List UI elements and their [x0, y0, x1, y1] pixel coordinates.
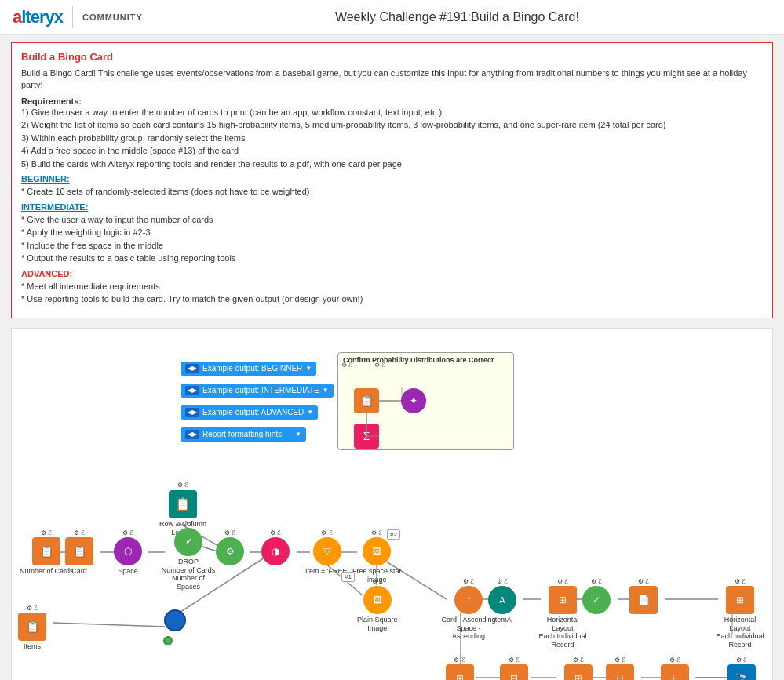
check-icon: ✓ [582, 586, 611, 614]
tag-2: #2 [387, 529, 400, 540]
ann-4: ⚙ ℰ [183, 520, 194, 527]
intermediate-label: INTERMEDIATE: [21, 202, 763, 212]
ann-hdr: ⚙ ℰ [614, 656, 625, 664]
report-hints-dropdown[interactable]: ◀▶ Report formatting hints ▼ [181, 427, 306, 442]
card-label: Card [71, 567, 87, 576]
challenge-title: Build a Bingo Card [21, 51, 763, 63]
basic-table-tool[interactable]: ⚙ ℰ ⊟ Basic Table [496, 656, 532, 680]
chevron-icon-3: ▼ [307, 409, 313, 416]
green-connector [163, 636, 173, 645]
advanced-section: ADVANCED: * Meet all intermediate requir… [21, 269, 763, 306]
ann-confirm-top: ⚙ ℰ [341, 362, 352, 369]
formula-tool[interactable]: ⚙ ℰ ⚙ [216, 529, 244, 567]
render1-icon: 📄 [629, 586, 658, 614]
ann-6: ⚙ ℰ [270, 529, 281, 536]
advanced-dropdown-label: Example output: ADVANCED [202, 408, 304, 416]
row-col-icon: 📋 [169, 490, 197, 518]
intermediate-dropdown-label: Example output: INTERMEDIATE [202, 386, 319, 395]
req-5: 5) Build the cards with Alteryx reportin… [21, 158, 763, 171]
hlayout3-tool[interactable]: ⚙ ℰ ⊞ Horizontal LayoutEach IndividualRe… [551, 656, 606, 680]
ann-ftr: ⚙ ℰ [669, 656, 680, 664]
plain-square-tool[interactable]: ⚙ ℰ 🖼 Plain SquareImage [357, 578, 398, 633]
filter-tool[interactable]: ⚙ ℰ ▽ Item = 'FREE' [305, 529, 348, 576]
ann-3: ⚙ ℰ [122, 529, 133, 536]
ann-sort: ⚙ ℰ [463, 578, 474, 585]
advanced-label: ADVANCED: [21, 269, 763, 278]
small-ann: ⚙ ℰ [177, 482, 188, 489]
header-divider [72, 6, 73, 28]
ann-7: ⚙ ℰ [321, 529, 332, 536]
space-label: Space [118, 567, 138, 576]
drop-tool[interactable]: ⚙ ℰ ✓ DROPNumber of CardsNumber of Space… [161, 520, 216, 591]
ann-hl2: ⚙ ℰ [735, 578, 746, 585]
confirm-tool-1[interactable]: 📋 [354, 388, 379, 413]
space-icon: ⬡ [114, 537, 142, 565]
chevron-icon-4: ▼ [295, 431, 301, 438]
beginner-dropdown[interactable]: ◀▶ Example output: BEGINNER ▼ [181, 362, 316, 376]
challenge-description: Build a Bingo Card! This challenge uses … [21, 67, 763, 92]
check-tool[interactable]: ⚙ ℰ ✓ [582, 578, 611, 616]
workflow-canvas: Confirm Probability Distributions are Co… [11, 328, 773, 680]
chevron-icon-2: ▼ [323, 387, 329, 394]
footer-tool[interactable]: ⚙ ℰ F Footer [661, 656, 689, 680]
itemA-tool[interactable]: ⚙ ℰ A ItemA [488, 578, 516, 624]
ann-confirm-top2: ⚙ ℰ [374, 362, 385, 369]
ann-hl3: ⚙ ℰ [573, 656, 584, 664]
join-icon: ◑ [261, 537, 290, 565]
ann-rnd1: ⚙ ℰ [638, 578, 649, 585]
itemA-label: ItemA [493, 616, 512, 624]
challenge-box: Build a Bingo Card Build a Bingo Card! T… [11, 42, 773, 318]
req-3: 3) Within each probability group, random… [21, 132, 763, 145]
drop-icon: ✓ [174, 528, 202, 556]
space-tool[interactable]: ⚙ ℰ ⬡ Space [114, 529, 142, 576]
page-title: Weekly Challenge #191:Build a Bingo Card… [335, 10, 579, 24]
toggle-icon-1: ◀▶ [185, 364, 199, 373]
render1-tool[interactable]: ⚙ ℰ 📄 [629, 578, 658, 616]
binoculars-tool[interactable]: ⚙ ℰ 🔭 [727, 656, 756, 680]
int-item-2: * Apply the weighting logic in #2-3 [21, 226, 763, 239]
req-4: 4) Add a free space in the middle (space… [21, 144, 763, 158]
items-label: Items [24, 642, 41, 651]
requirements-section: Requirements: 1) Give the user a way to … [21, 96, 763, 171]
challenge-desc-text: Build a Bingo Card! This challenge uses … [21, 68, 747, 89]
header-icon: H [606, 664, 634, 680]
confirm-tool-3[interactable]: Σ [354, 424, 379, 449]
join-tool[interactable]: ⚙ ℰ ◑ [261, 529, 290, 567]
header-tool[interactable]: ⚙ ℰ H Header [606, 656, 634, 680]
ann-1: ⚙ ℰ [41, 529, 52, 536]
free-space-icon: 🖼 [363, 537, 391, 565]
card-tool[interactable]: ⚙ ℰ 📋 Card [65, 529, 93, 576]
footer-icon: F [661, 664, 689, 680]
svg-line-8 [53, 623, 165, 627]
confirm-probability-box: Confirm Probability Distributions are Co… [337, 352, 514, 450]
large-connector [164, 609, 186, 631]
ann-bt: ⚙ ℰ [509, 656, 520, 664]
toggle-icon-3: ◀▶ [185, 408, 199, 417]
items-tool[interactable]: ⚙ ℰ 📋 Items [18, 605, 46, 651]
int-item-1: * Give the user a way to input the numbe… [21, 213, 763, 227]
int-item-4: * Output the results to a basic table us… [21, 252, 763, 265]
ann-chk: ⚙ ℰ [591, 578, 602, 585]
hlayout2-tool[interactable]: ⚙ ℰ ⊞ Horizontal LayoutEach IndividualRe… [713, 578, 768, 649]
beginner-section: BEGINNER: * Create 10 sets of randomly-s… [21, 174, 763, 198]
intermediate-dropdown[interactable]: ◀▶ Example output: INTERMEDIATE ▼ [181, 384, 334, 398]
int-item-3: * Include the free space in the middle [21, 239, 763, 253]
hl2-icon: ⊞ [726, 586, 754, 614]
ann-items: ⚙ ℰ [27, 605, 38, 612]
plain-label: Plain SquareImage [357, 616, 398, 633]
ann-plain: ⚙ ℰ [372, 578, 383, 585]
confirm-tool-2[interactable]: ✦ [401, 388, 426, 413]
group-tool[interactable]: ⚙ ℰ ⊞ GROUPCardRowSet ColumnHeaders toCo… [441, 656, 478, 680]
beginner-label: BEGINNER: [21, 174, 763, 184]
ann-itemA: ⚙ ℰ [497, 578, 508, 585]
card-icon: 📋 [65, 537, 93, 565]
main-content: Build a Bingo Card Build a Bingo Card! T… [0, 35, 784, 680]
community-label: COMMUNITY [82, 13, 143, 22]
advanced-dropdown[interactable]: ◀▶ Example output: ADVANCED ▼ [181, 405, 318, 420]
report-hints-label: Report formatting hints [202, 430, 282, 438]
adv-item-1: * Meet all intermediate requirements [21, 280, 763, 293]
header: alteryx COMMUNITY Weekly Challenge #191:… [0, 0, 784, 35]
ann-bin: ⚙ ℰ [736, 656, 747, 664]
binoculars-icon: 🔭 [727, 664, 756, 680]
beginner-dropdown-label: Example output: BEGINNER [202, 364, 302, 373]
